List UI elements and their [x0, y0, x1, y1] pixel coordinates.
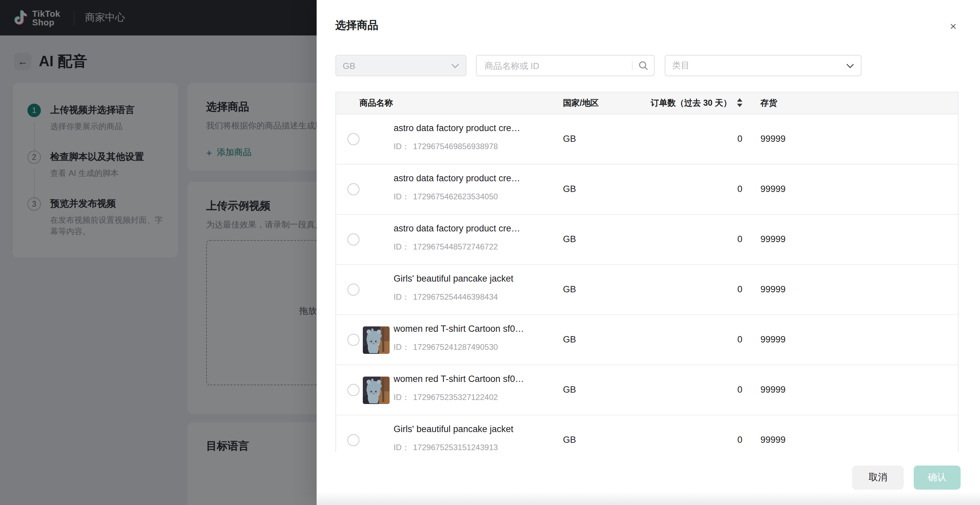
sort-icon[interactable] — [737, 98, 742, 107]
product-name: Girls' beautiful pancake jacket — [394, 424, 514, 434]
table-body: astro data factory product cre… ID：17296… — [336, 114, 958, 452]
column-header-region: 国家/地区 — [563, 92, 599, 114]
row-region-value: GB — [563, 284, 576, 294]
row-orders-value: 0 — [651, 234, 742, 244]
table-header-row: 商品名称 国家/地区 订单数（过去 30 天） 存货 — [336, 92, 958, 114]
modal-footer: 取消 确认 — [317, 465, 980, 505]
product-id-line: ID：1729675469856938978 — [394, 141, 498, 152]
search-divider — [632, 61, 633, 70]
row-radio-button[interactable] — [347, 233, 360, 246]
product-id-label: ID： — [394, 392, 410, 402]
modal-title: 选择商品 — [336, 19, 378, 33]
row-orders-value: 0 — [651, 184, 742, 194]
row-region-value: GB — [563, 334, 576, 345]
row-stock-value: 99999 — [760, 384, 786, 395]
row-radio-button[interactable] — [347, 334, 360, 346]
product-id-label: ID： — [394, 192, 410, 201]
select-product-modal: 选择商品 × GB 类目 — [317, 0, 980, 505]
product-id-value: 1729675462623534050 — [413, 192, 498, 201]
cancel-button[interactable]: 取消 — [852, 465, 904, 490]
chevron-down-icon — [451, 63, 459, 68]
product-id-line: ID：1729675241287490530 — [394, 342, 498, 353]
product-name: astro data factory product cre… — [394, 223, 520, 233]
product-id-value: 1729675241287490530 — [413, 343, 498, 352]
product-id-value: 1729675469856938978 — [413, 142, 498, 151]
table-row: Girls' beautiful pancake jacket ID：17296… — [336, 415, 958, 452]
row-orders-value: 0 — [651, 334, 742, 345]
row-region-value: GB — [563, 134, 576, 144]
row-orders-value: 0 — [651, 435, 742, 445]
row-stock-value: 99999 — [760, 184, 786, 194]
table-row: women red T-shirt Cartoon sf0… ID：172967… — [336, 365, 958, 415]
product-id-line: ID：1729675254446398434 — [394, 292, 498, 303]
row-orders-value: 0 — [651, 284, 742, 294]
product-name: astro data factory product cre… — [394, 173, 520, 183]
row-orders-value: 0 — [651, 384, 742, 395]
row-region-value: GB — [563, 384, 576, 395]
category-select-placeholder: 类目 — [672, 60, 689, 71]
product-id-line: ID：1729675235327122402 — [394, 392, 498, 403]
chevron-down-icon — [846, 63, 854, 68]
column-header-orders: 订单数（过去 30 天） — [651, 92, 732, 114]
product-id-label: ID： — [394, 242, 410, 251]
product-id-label: ID： — [394, 142, 410, 151]
row-region-value: GB — [563, 184, 576, 194]
product-id-label: ID： — [394, 292, 410, 302]
row-radio-button[interactable] — [347, 133, 360, 145]
category-select[interactable]: 类目 — [665, 55, 862, 76]
product-name: women red T-shirt Cartoon sf0… — [394, 374, 524, 384]
region-select-value: GB — [343, 60, 355, 71]
table-row: astro data factory product cre… ID：17296… — [336, 165, 958, 215]
region-select[interactable]: GB — [336, 55, 466, 76]
product-id-value: 1729675254446398434 — [413, 292, 498, 302]
search-input[interactable] — [477, 56, 632, 76]
row-orders-value: 0 — [651, 134, 742, 144]
sort-ascending-triangle — [737, 98, 742, 102]
product-id-value: 1729675253151243913 — [413, 443, 498, 452]
product-id-label: ID： — [394, 343, 410, 352]
product-thumbnail — [363, 326, 390, 354]
table-row: astro data factory product cre… ID：17296… — [336, 215, 958, 265]
row-stock-value: 99999 — [760, 334, 786, 345]
product-name: astro data factory product cre… — [394, 123, 520, 133]
sort-descending-triangle — [737, 104, 742, 107]
close-icon[interactable]: × — [947, 20, 960, 33]
product-id-value: 1729675235327122402 — [413, 392, 498, 402]
product-thumbnail — [363, 376, 390, 404]
app-root: TikTok Shop 商家中心 ← AI 配音 1 上传视频并选择语言 选择你… — [0, 0, 980, 505]
row-stock-value: 99999 — [760, 435, 786, 445]
table-row: astro data factory product cre… ID：17296… — [336, 114, 958, 165]
product-id-value: 1729675448572746722 — [413, 242, 498, 251]
column-header-stock: 存货 — [760, 92, 777, 114]
row-region-value: GB — [563, 234, 576, 244]
filter-bar: GB 类目 — [336, 55, 961, 76]
product-name: women red T-shirt Cartoon sf0… — [394, 324, 524, 334]
row-region-value: GB — [563, 435, 576, 445]
row-radio-button[interactable] — [347, 183, 360, 195]
search-icon[interactable] — [638, 60, 649, 71]
row-radio-button[interactable] — [347, 434, 360, 446]
table-row: Girls' beautiful pancake jacket ID：17296… — [336, 265, 958, 315]
product-id-line: ID：1729675462623534050 — [394, 191, 498, 203]
confirm-button[interactable]: 确认 — [914, 465, 961, 490]
product-search-box — [476, 55, 655, 76]
product-id-line: ID：1729675253151243913 — [394, 442, 498, 452]
row-stock-value: 99999 — [760, 134, 786, 144]
product-table: 商品名称 国家/地区 订单数（过去 30 天） 存货 — [336, 92, 959, 452]
product-name: Girls' beautiful pancake jacket — [394, 273, 514, 284]
table-row: women red T-shirt Cartoon sf0… ID：172967… — [336, 315, 958, 365]
column-header-product-name: 商品名称 — [360, 92, 393, 114]
row-radio-button[interactable] — [347, 384, 360, 396]
product-id-line: ID：1729675448572746722 — [394, 241, 498, 253]
row-stock-value: 99999 — [760, 234, 786, 244]
product-id-label: ID： — [394, 443, 410, 452]
row-radio-button[interactable] — [347, 284, 360, 295]
row-stock-value: 99999 — [760, 284, 786, 294]
